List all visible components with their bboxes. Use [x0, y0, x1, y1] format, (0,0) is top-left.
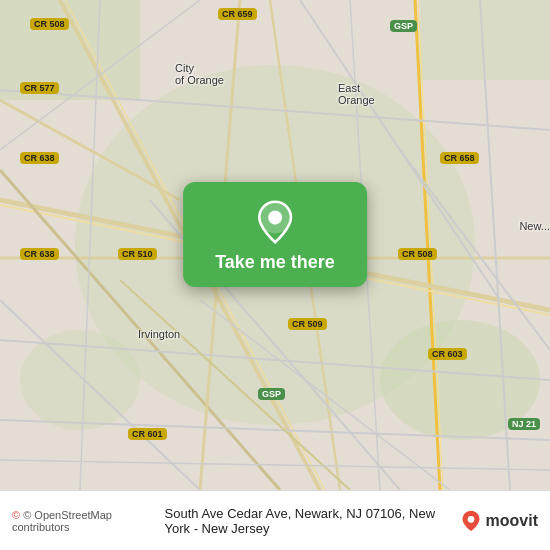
- map-container: CR 659 CR 508 GSP CR 577 CR 638 CR 658 C…: [0, 0, 550, 490]
- road-badge-gsp-top: GSP: [390, 20, 417, 32]
- svg-point-33: [269, 211, 281, 223]
- copyright-label: © OpenStreetMap contributors: [12, 509, 112, 533]
- road-badge-cr510-left: CR 510: [118, 248, 157, 260]
- moovit-text: moovit: [486, 512, 538, 530]
- city-label-new: New...: [519, 220, 550, 232]
- road-badge-cr603: CR 603: [428, 348, 467, 360]
- city-label-orange: Cityof Orange: [175, 62, 224, 86]
- moovit-logo: moovit: [460, 510, 538, 532]
- city-label-east-orange: EastOrange: [338, 82, 375, 106]
- road-badge-cr638-top: CR 638: [20, 152, 59, 164]
- location-pin-icon: [253, 200, 297, 244]
- take-me-there-card[interactable]: Take me there: [183, 182, 367, 287]
- road-badge-nj21: NJ 21: [508, 418, 540, 430]
- copyright-text: © © OpenStreetMap contributors: [12, 509, 155, 533]
- address-text: South Ave Cedar Ave, Newark, NJ 07106, N…: [165, 506, 450, 536]
- road-badge-cr508-top: CR 508: [30, 18, 69, 30]
- take-me-there-label: Take me there: [215, 252, 335, 273]
- svg-point-34: [467, 515, 474, 522]
- bottom-bar: © © OpenStreetMap contributors South Ave…: [0, 490, 550, 550]
- road-badge-cr509: CR 509: [288, 318, 327, 330]
- city-label-irvington: Irvington: [138, 328, 180, 340]
- road-badge-cr508-mid: CR 508: [398, 248, 437, 260]
- road-badge-cr638-mid: CR 638: [20, 248, 59, 260]
- road-badge-cr601: CR 601: [128, 428, 167, 440]
- road-badge-cr577: CR 577: [20, 82, 59, 94]
- road-badge-gsp-bot: GSP: [258, 388, 285, 400]
- road-badge-cr658: CR 658: [440, 152, 479, 164]
- road-badge-cr659: CR 659: [218, 8, 257, 20]
- moovit-pin-icon: [460, 510, 482, 532]
